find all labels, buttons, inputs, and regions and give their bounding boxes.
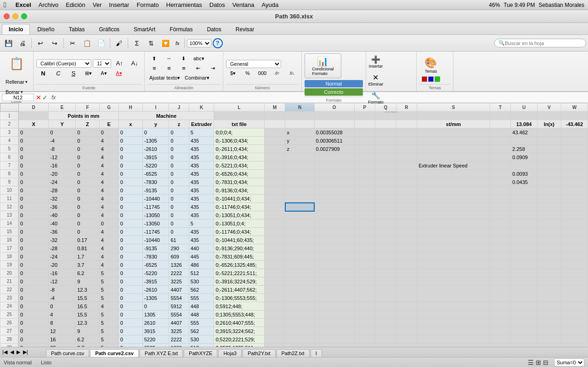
cell-r19-c1[interactable]: 0 — [19, 261, 49, 269]
cell-r6-c1[interactable]: 0 — [19, 153, 49, 161]
cell-r13-c20[interactable] — [561, 211, 588, 219]
cell-r16-c11[interactable] — [285, 236, 314, 244]
cell-r6-c20[interactable] — [561, 153, 588, 161]
cell-r21-c7[interactable]: 3225 — [169, 277, 189, 286]
cell-r15-c5[interactable]: 0 — [119, 228, 142, 236]
sheet-tab-0[interactable]: Path curve.csv — [46, 349, 89, 357]
cell-r29-c7[interactable]: 1326 — [169, 344, 189, 347]
cell-r7-c2[interactable]: -16 — [49, 161, 76, 170]
cell-r7-c10[interactable] — [264, 161, 285, 170]
sheet-tab-7[interactable]: I — [311, 349, 322, 357]
filter-button[interactable]: 🔽 — [159, 37, 172, 50]
cell-r6-c9[interactable]: 0;-3916;0;434; — [214, 153, 264, 161]
cell-r14-c7[interactable]: 0 — [169, 219, 189, 228]
col-E[interactable]: E — [49, 104, 76, 112]
cell-r23-c20[interactable] — [561, 294, 588, 302]
cell-r11-c6[interactable]: -10440 — [142, 195, 169, 203]
cell-r28-c9[interactable]: 0;5220;2221;529; — [214, 335, 264, 344]
cell-r8-c14[interactable] — [375, 170, 396, 178]
cell-r20-c2[interactable]: -16 — [49, 269, 76, 277]
cell-r13-c2[interactable]: -40 — [49, 211, 76, 219]
font-increase-button[interactable]: A↑ — [113, 59, 126, 68]
cell-r23-c15[interactable] — [396, 294, 417, 302]
cell-r5-c16[interactable] — [417, 145, 490, 153]
row-number-1[interactable]: 1 — [0, 112, 19, 120]
cell-r9-c7[interactable]: 0 — [169, 178, 189, 186]
cell-r10-c12[interactable] — [314, 186, 354, 195]
cell-r29-c1[interactable]: 0 — [19, 344, 49, 347]
cell-r20-c6[interactable]: -5220 — [142, 269, 169, 277]
cell-r9-c2[interactable]: -24 — [49, 178, 76, 186]
cell-r11-c1[interactable]: 0 — [19, 195, 49, 203]
cell-r14-c10[interactable] — [264, 219, 285, 228]
cell-r15-c11[interactable] — [285, 228, 314, 236]
cell-r1-c1[interactable]: Points in mm — [49, 112, 119, 120]
cell-r20-c12[interactable] — [314, 269, 354, 277]
cell-r3-c1[interactable]: 0 — [19, 128, 49, 137]
cell-r8-c11[interactable] — [285, 170, 314, 178]
cell-r10-c15[interactable] — [396, 186, 417, 195]
col-M[interactable]: M — [264, 104, 285, 112]
cell-r28-c12[interactable] — [314, 335, 354, 344]
cell-r13-c12[interactable] — [314, 211, 354, 219]
cell-r4-c5[interactable]: 0 — [119, 137, 142, 145]
col-W[interactable]: W — [561, 104, 588, 112]
cell-r21-c10[interactable] — [264, 277, 285, 286]
tab-graficos[interactable]: Gráficos — [92, 24, 126, 34]
cell-r16-c7[interactable]: 61 — [169, 236, 189, 244]
cell-r18-c2[interactable]: -24 — [49, 253, 76, 261]
cell-r3-c19[interactable] — [537, 128, 561, 137]
cell-r29-c18[interactable] — [511, 344, 537, 347]
cell-r13-c17[interactable] — [490, 211, 510, 219]
cell-r22-c4[interactable]: 5 — [99, 286, 119, 294]
cell-r19-c11[interactable] — [285, 261, 314, 269]
cell-r29-c10[interactable] — [264, 344, 285, 347]
redo-button[interactable]: ↪ — [48, 37, 61, 50]
row-number-29[interactable]: 29 — [0, 344, 19, 347]
cell-r19-c20[interactable] — [561, 261, 588, 269]
percent-button[interactable]: % — [241, 69, 254, 77]
cell-r8-c13[interactable] — [354, 170, 375, 178]
cell-r15-c4[interactable]: 4 — [99, 228, 119, 236]
cell-r17-c15[interactable] — [396, 244, 417, 253]
col-S[interactable]: S — [417, 104, 490, 112]
cell-r29-c5[interactable]: 0 — [119, 344, 142, 347]
cell-r14-c9[interactable]: 0;-13051;0;4; — [214, 219, 264, 228]
cell-r17-c13[interactable] — [354, 244, 375, 253]
cell-r23-c4[interactable]: 5 — [99, 294, 119, 302]
cell-r3-c6[interactable]: 0 — [142, 128, 169, 137]
cell-r19-c16[interactable] — [417, 261, 490, 269]
cell-r5-c12[interactable]: 0.0027909 — [314, 145, 354, 153]
cell-r7-c8[interactable]: 435 — [189, 161, 214, 170]
cell-r5-c1[interactable]: 0 — [19, 145, 49, 153]
cell-r29-c2[interactable]: 20 — [49, 344, 76, 347]
cell-r8-c20[interactable] — [561, 170, 588, 178]
cell-r16-c10[interactable] — [264, 236, 285, 244]
menu-archivo[interactable]: Archivo — [35, 1, 62, 8]
col-T[interactable]: T — [490, 104, 510, 112]
tab-diseno[interactable]: Diseño — [30, 24, 61, 34]
cell-r11-c19[interactable] — [537, 195, 561, 203]
cell-r7-c19[interactable] — [537, 161, 561, 170]
cell-r7-c6[interactable]: -5220 — [142, 161, 169, 170]
cell-r13-c3[interactable]: 0 — [76, 211, 100, 219]
cell-r26-c3[interactable]: 12.3 — [76, 319, 100, 327]
cell-r25-c11[interactable] — [285, 310, 314, 319]
cell-r4-c2[interactable]: -4 — [49, 137, 76, 145]
align-left-button[interactable]: ≡ — [147, 64, 161, 73]
cell-r12-c19[interactable] — [537, 203, 561, 211]
suma-select[interactable]: Suma=0 — [554, 358, 584, 367]
cell-r17-c6[interactable]: -9135 — [142, 244, 169, 253]
cell-r18-c7[interactable]: 609 — [169, 253, 189, 261]
cell-r12-c7[interactable]: 0 — [169, 203, 189, 211]
tab-datos[interactable]: Datos — [200, 24, 228, 34]
cell-r16-c2[interactable]: -32 — [49, 236, 76, 244]
cell-r12-c11[interactable] — [285, 203, 314, 211]
cell-r6-c5[interactable]: 0 — [119, 153, 142, 161]
cell-r7-c9[interactable]: 0;-5221;0;434; — [214, 161, 264, 170]
cell-r15-c18[interactable] — [511, 228, 537, 236]
sheet-tab-6[interactable]: Path2Z.txt — [277, 349, 310, 357]
cell-r11-c4[interactable]: 4 — [99, 195, 119, 203]
cell-r29-c8[interactable]: 512 — [189, 344, 214, 347]
cell-r28-c7[interactable]: 2222 — [169, 335, 189, 344]
